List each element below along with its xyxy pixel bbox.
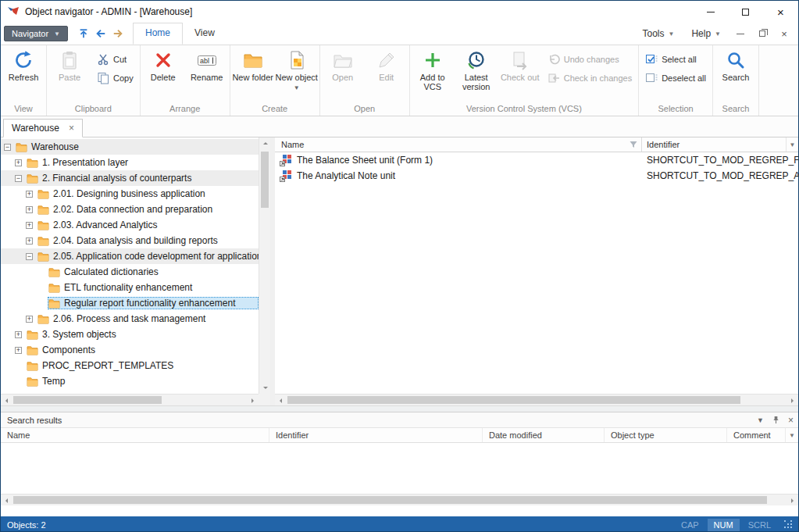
edit-button[interactable]: Edit [365,46,408,101]
expand-icon[interactable]: + [26,191,33,198]
tree-item-calculated-dictionaries[interactable]: Calculated dictionaries [1,264,259,280]
resize-grip-icon[interactable] [783,520,794,530]
copy-button[interactable]: Copy [91,70,139,86]
up-icon[interactable] [75,26,92,41]
collapse-icon[interactable]: − [26,253,33,260]
tree-item-2-03-advanced-analytics[interactable]: +2.03. Advanced Analytics [1,217,259,233]
collapse-icon[interactable]: − [4,144,11,151]
tree-item-etl-functionality-enhancement[interactable]: ETL functionality enhancement [1,280,259,295]
search-column-object-type[interactable]: Object type [605,428,727,442]
expand-icon[interactable]: + [26,206,33,213]
tree-item-2-06-process-and-task-management[interactable]: +2.06. Process and task management [1,311,259,327]
ribbon-tab-home[interactable]: Home [133,23,183,45]
scroll-left-icon[interactable] [275,395,287,406]
expand-icon[interactable]: + [26,237,33,245]
cut-button[interactable]: Cut [91,51,139,67]
scroll-right-icon[interactable] [787,395,798,406]
new-folder-button[interactable]: New folder [231,46,275,101]
close-button[interactable]: × [763,1,798,23]
latest-version-button[interactable]: Latest version [455,46,498,101]
tree-item-2-01-designing-business-application[interactable]: +2.01. Designing business application [1,186,259,202]
tree-item-2-financial-analysis-of-counterparts[interactable]: −2. Financial analysis of counterparts [1,170,259,186]
tree-item-2-05-application-code-development-for-ap[interactable]: −2.05. Application code development for … [1,248,259,264]
scroll-down-icon[interactable] [259,382,271,394]
scroll-left-icon[interactable] [1,495,12,506]
tree-item-2-04-data-analysis-and-building-reports[interactable]: +2.04. Data analysis and building report… [1,233,259,248]
search-horizontal-scrollbar[interactable] [1,494,798,505]
tree-vertical-scrollbar[interactable] [259,137,270,394]
scroll-left-icon[interactable] [1,395,12,406]
tree-item-components[interactable]: +Components [1,342,259,358]
open-button[interactable]: Open [321,46,365,101]
scrollbar-thumb[interactable] [13,496,767,504]
expand-icon[interactable]: + [15,331,22,338]
search-column-comment[interactable]: Comment [727,428,786,442]
object-row-the-analytical-note-unit[interactable]: The Analytical Note unitSHORTCUT_TO_MOD_… [275,168,798,184]
column-chooser-button[interactable]: ▼ [786,137,798,152]
undo-changes-button[interactable]: Undo changes [542,51,637,67]
rename-button[interactable]: ablRename [185,46,229,101]
help-menu[interactable]: Help ▼ [683,28,729,39]
ribbon-minimize-button[interactable] [730,26,751,41]
tools-menu[interactable]: Tools ▼ [634,28,682,39]
maximize-button[interactable] [728,1,763,23]
add-to-vcs-button[interactable]: Add to VCS [411,46,455,101]
tree-item-1-presentation-layer[interactable]: +1. Presentation layer [1,155,259,170]
search-column-name[interactable]: Name [1,428,269,442]
tree-horizontal-scrollbar[interactable] [1,394,259,405]
scroll-up-icon[interactable] [259,137,271,149]
tree-item-2-02-data-connection-and-preparation[interactable]: +2.02. Data connection and preparation [1,202,259,217]
expand-icon[interactable]: + [26,316,33,323]
chevron-down-icon[interactable]: ▼ [757,416,764,424]
expand-icon[interactable]: + [15,347,22,354]
chevron-down-icon: ▼ [54,30,60,37]
tree-item-regular-report-functionality-enhancement[interactable]: Regular report functionality enhancement [1,295,259,311]
new-object-button[interactable]: New object ▼ [275,46,319,101]
check-out-button[interactable]: Check out [498,46,542,101]
scroll-right-icon[interactable] [247,395,259,406]
tab-close-icon[interactable]: × [69,123,74,133]
column-chooser-button[interactable]: ▼ [786,428,798,442]
pin-icon[interactable] [772,416,780,424]
tree-item-proc-report-templates[interactable]: PROC_REPORT_TEMPLATES [1,358,259,373]
deselect-all-button[interactable]: Deselect all [640,70,712,86]
back-icon[interactable] [92,26,109,41]
search-column-identifier[interactable]: Identifier [269,428,483,442]
object-row-the-balance-sheet-unit-form-1[interactable]: The Balance Sheet unit (Form 1)SHORTCUT_… [275,152,798,168]
check-in-changes-button[interactable]: Check in changes [542,70,637,86]
ribbon-close-button[interactable]: × [774,26,794,41]
paste-button[interactable]: Paste [48,46,91,101]
tree-item-3-system-objects[interactable]: +3. System objects [1,327,259,342]
latest-version-label: Latest version [455,73,498,91]
search-column-date-modified[interactable]: Date modified [483,428,605,442]
tree-item-warehouse[interactable]: −Warehouse [1,139,259,155]
tree-item-label: Temp [42,376,65,387]
document-tab-warehouse[interactable]: Warehouse × [3,119,83,137]
scroll-right-icon[interactable] [787,495,798,506]
expand-icon[interactable]: + [15,159,22,166]
select-all-button[interactable]: Select all [640,51,712,67]
forward-icon[interactable] [109,26,127,41]
delete-button[interactable]: Delete [141,46,185,101]
scrollbar-thumb[interactable] [261,152,269,208]
search-button[interactable]: Search [714,46,758,101]
tree-item-temp[interactable]: Temp [1,373,259,389]
tree-panel: −Warehouse+1. Presentation layer−2. Fina… [1,137,270,405]
navigator-menu-button[interactable]: Navigator ▼ [4,26,68,41]
window-title: Object navigator - ADMIN - [Warehouse] [25,6,192,17]
refresh-button[interactable]: Refresh [2,46,45,101]
funnel-icon[interactable] [629,140,638,149]
column-header-identifier[interactable]: Identifier [642,137,786,152]
chevron-down-icon: ▼ [790,141,796,148]
minimize-button[interactable] [693,1,728,23]
scrollbar-thumb[interactable] [13,396,162,404]
list-horizontal-scrollbar[interactable] [275,394,798,405]
collapse-icon[interactable]: − [15,175,22,182]
close-icon[interactable]: × [788,416,794,425]
horizontal-splitter[interactable] [1,405,798,412]
expand-icon[interactable]: + [26,222,33,229]
ribbon-restore-button[interactable] [752,26,772,41]
column-header-name[interactable]: Name [275,137,642,152]
scrollbar-thumb[interactable] [287,396,740,404]
ribbon-tab-view[interactable]: View [183,23,227,45]
